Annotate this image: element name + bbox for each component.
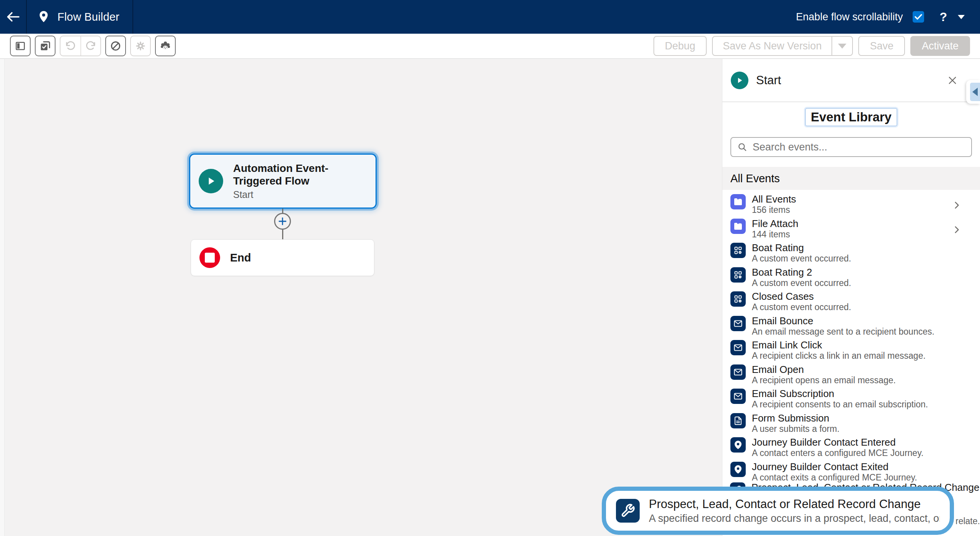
event-row[interactable]: Journey Builder Contact Exited A contact… — [730, 461, 972, 485]
custom-icon — [730, 267, 746, 283]
event-row[interactable]: Email Bounce An email message sent to a … — [730, 315, 972, 339]
event-row[interactable]: Form Submission A user submits a form. — [730, 412, 972, 436]
save-as-new-version-label: Save As New Version — [713, 37, 831, 55]
app-tab: Flow Builder — [26, 0, 133, 34]
close-panel-button[interactable] — [947, 75, 958, 86]
start-node-play-icon — [199, 169, 223, 193]
save-as-new-version-button[interactable]: Save As New Version — [712, 36, 853, 56]
back-arrow-icon — [6, 11, 20, 23]
help-dropdown-caret-icon[interactable] — [958, 15, 965, 19]
event-title: Email Subscription — [752, 388, 928, 399]
event-row[interactable]: File Attach 144 items — [730, 218, 972, 242]
panel-toggle-icon — [15, 40, 26, 52]
all-events-section-header: All Events — [722, 167, 980, 190]
multi-select-icon — [39, 40, 51, 52]
wrench-icon — [616, 499, 640, 523]
save-button[interactable]: Save — [858, 36, 905, 56]
redo-button[interactable] — [80, 36, 100, 56]
email-icon — [730, 364, 746, 380]
event-row[interactable]: All Events 156 items — [730, 193, 972, 217]
flow-toolbar: Debug Save As New Version Save Activate — [0, 34, 980, 59]
end-node-stop-icon — [199, 247, 220, 268]
undo-redo-group — [60, 36, 101, 56]
event-row[interactable]: Email Open A recipient opens an email me… — [730, 364, 972, 387]
event-row[interactable]: Email Link Click A recipient clicks a li… — [730, 339, 972, 363]
einstein-button[interactable] — [155, 36, 176, 56]
select-elements-button[interactable] — [35, 36, 56, 56]
event-desc: 156 items — [752, 205, 796, 215]
event-title: Journey Builder Contact Exited — [752, 461, 917, 472]
event-desc: A contact exits a configured MCE Journey… — [752, 472, 917, 483]
prohibited-icon — [110, 40, 121, 52]
start-panel-play-icon — [731, 72, 748, 89]
event-row[interactable]: Boat Rating A custom event occurred. — [730, 242, 972, 266]
flow-builder-app: Flow Builder Enable flow scrollability ? — [0, 0, 980, 536]
start-node-texts: Automation Event-Triggered Flow Start — [233, 162, 359, 200]
start-node-subtitle: Start — [233, 189, 359, 200]
email-icon — [730, 316, 746, 331]
close-icon — [947, 75, 958, 86]
event-title: Journey Builder Contact Entered — [752, 436, 923, 448]
help-button[interactable]: ? — [939, 10, 947, 24]
chevron-right-icon — [952, 200, 962, 210]
save-options-caret[interactable] — [831, 37, 852, 55]
callout-desc: A specified record change occurs in a pr… — [649, 513, 940, 525]
start-node[interactable]: Automation Event-Triggered Flow Start — [189, 154, 377, 209]
search-placeholder: Search events... — [753, 141, 827, 153]
end-node[interactable]: End — [191, 239, 374, 276]
page-title: Flow Builder — [57, 11, 119, 23]
custom-icon — [730, 291, 746, 307]
collapse-panel-tab[interactable] — [966, 80, 980, 104]
location-pin-icon — [38, 10, 49, 23]
disable-flow-button[interactable] — [105, 36, 126, 56]
event-desc: A user submits a form. — [752, 424, 840, 434]
folder-icon — [730, 219, 746, 234]
event-row[interactable]: Boat Rating 2 A custom event occurred. — [730, 266, 972, 290]
undo-icon — [65, 40, 76, 52]
debug-button[interactable]: Debug — [653, 36, 707, 56]
flow-canvas[interactable]: Automation Event-Triggered Flow Start En… — [0, 59, 722, 536]
section-title: All Events — [730, 172, 780, 185]
event-desc: A contact enters a configured MCE Journe… — [752, 448, 923, 458]
add-element-button[interactable] — [274, 213, 291, 230]
event-title: Form Submission — [752, 412, 840, 424]
event-desc: 144 items — [752, 229, 798, 240]
scrollability-checkbox[interactable] — [913, 11, 924, 23]
form-icon — [730, 413, 746, 428]
plus-icon — [278, 216, 287, 226]
event-row[interactable]: Email Subscription A recipient consents … — [730, 388, 972, 412]
event-callout[interactable]: Prospect, Lead, Contact or Related Recor… — [602, 487, 954, 535]
gear-icon — [135, 40, 146, 52]
event-search-input[interactable]: Search events... — [730, 137, 972, 157]
chevron-left-icon — [972, 88, 978, 96]
activate-button[interactable]: Activate — [910, 36, 970, 56]
custom-icon — [730, 243, 746, 258]
panel-title: Start — [756, 74, 781, 87]
event-desc: A custom event occurred. — [752, 302, 851, 312]
event-title: Boat Rating — [752, 242, 851, 253]
event-title: Email Open — [752, 364, 896, 375]
event-title: Email Link Click — [752, 339, 926, 351]
event-title: Email Bounce — [752, 315, 934, 327]
event-row[interactable]: Journey Builder Contact Entered A contac… — [730, 436, 972, 460]
back-button[interactable] — [0, 0, 26, 34]
panel-header: Start — [722, 59, 980, 102]
event-row[interactable]: Closed Cases A custom event occurred. — [730, 291, 972, 314]
email-icon — [730, 389, 746, 404]
start-config-panel: Start Event Library Search events... All… — [722, 59, 980, 536]
folder-icon — [730, 194, 746, 209]
toggle-panel-button[interactable] — [10, 36, 31, 56]
email-icon — [730, 340, 746, 355]
canvas-gutter — [0, 59, 5, 536]
event-title: Boat Rating 2 — [752, 266, 851, 278]
end-node-label: End — [230, 252, 251, 264]
callout-title: Prospect, Lead, Contact or Related Recor… — [649, 497, 940, 511]
event-desc: A custom event occurred. — [752, 253, 851, 264]
toolbar-right-group: Debug Save As New Version Save Activate — [653, 36, 970, 56]
check-icon — [915, 14, 922, 20]
event-desc-overflow-fragment: relate... — [956, 516, 980, 526]
event-title: Closed Cases — [752, 291, 851, 302]
undo-button[interactable] — [60, 36, 80, 56]
settings-button[interactable] — [130, 36, 151, 56]
einstein-icon — [159, 40, 172, 52]
